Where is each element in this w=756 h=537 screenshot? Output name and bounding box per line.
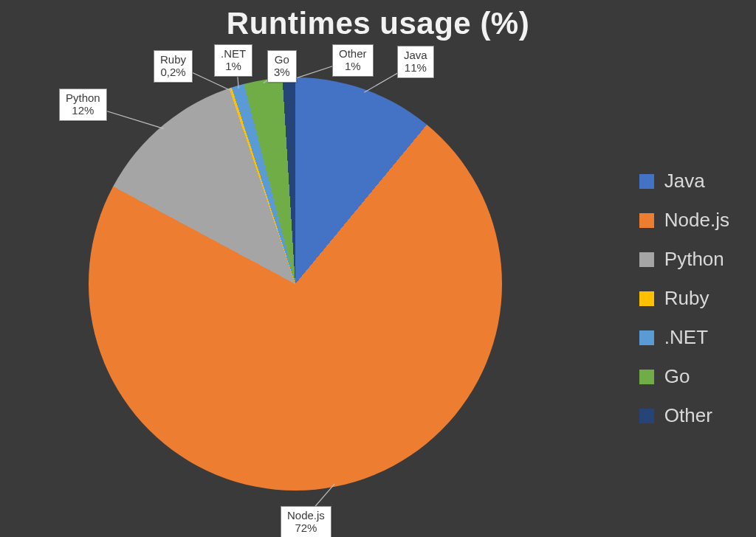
callout-name: Node.js <box>287 509 325 522</box>
legend-swatch <box>639 174 654 189</box>
legend-item-other: Other <box>639 404 729 427</box>
callout-ruby: Ruby0,2% <box>154 50 193 83</box>
callout-name: Python <box>66 91 100 104</box>
legend-label: Go <box>664 365 690 388</box>
callout-name: Ruby <box>160 53 186 66</box>
callout-name: Java <box>404 49 427 61</box>
legend-label: Java <box>664 170 705 193</box>
legend-label: Python <box>664 248 724 271</box>
legend: Java Node.js Python Ruby .NET Go Other <box>639 170 729 427</box>
legend-swatch <box>639 252 654 267</box>
legend-swatch <box>639 370 654 384</box>
callout-value: 1% <box>221 60 246 72</box>
callout-value: 3% <box>274 66 290 78</box>
legend-label: Node.js <box>664 209 729 232</box>
legend-label: .NET <box>664 326 708 349</box>
legend-label: Ruby <box>664 287 709 310</box>
pie-chart <box>89 77 502 491</box>
legend-swatch <box>639 213 654 228</box>
chart-stage: Runtimes usage (%) Java11%Node.js72%Pyth… <box>0 0 756 537</box>
callout-value: 0,2% <box>160 66 186 78</box>
callout-name: .NET <box>221 47 246 60</box>
callout-value: 72% <box>287 522 325 534</box>
callout-go: Go3% <box>267 50 297 83</box>
callout-value: 12% <box>66 104 100 117</box>
callout-value: 11% <box>404 61 427 74</box>
legend-item-ruby: Ruby <box>639 287 729 310</box>
legend-swatch <box>639 409 654 423</box>
legend-item-dotnet: .NET <box>639 326 729 349</box>
legend-label: Other <box>664 404 712 427</box>
legend-item-go: Go <box>639 365 729 388</box>
legend-item-nodejs: Node.js <box>639 209 729 232</box>
callout-dotnet: .NET1% <box>214 44 252 77</box>
callout-name: Go <box>274 53 290 66</box>
chart-title: Runtimes usage (%) <box>0 6 756 41</box>
pie-wrap <box>89 77 502 491</box>
callout-other: Other1% <box>332 44 374 77</box>
callout-java: Java11% <box>397 46 434 78</box>
legend-swatch <box>639 291 654 306</box>
callout-name: Other <box>339 47 367 60</box>
callout-value: 1% <box>339 60 367 72</box>
callout-python: Python12% <box>59 89 107 121</box>
legend-item-java: Java <box>639 170 729 193</box>
legend-swatch <box>639 330 654 345</box>
callout-nodejs: Node.js72% <box>281 506 331 537</box>
legend-item-python: Python <box>639 248 729 271</box>
